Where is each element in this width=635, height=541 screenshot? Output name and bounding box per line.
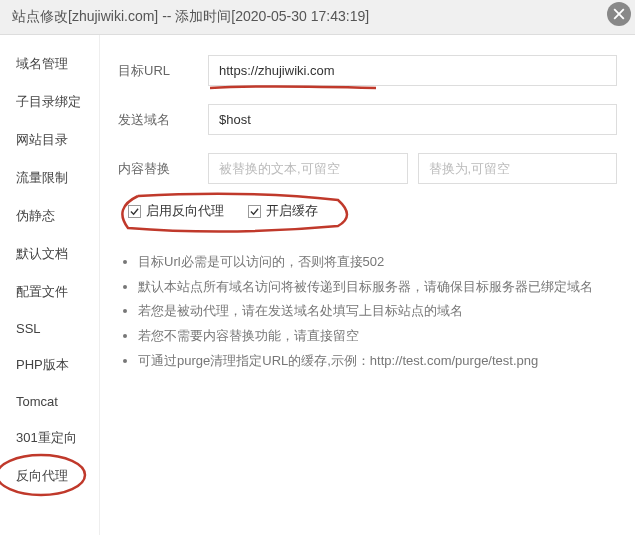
checkbox-icon: [248, 205, 261, 218]
target-url-input[interactable]: [208, 55, 617, 86]
dialog-header: 站点修改[zhujiwiki.com] -- 添加时间[2020-05-30 1…: [0, 0, 635, 35]
sidebar-item-domain[interactable]: 域名管理: [0, 45, 99, 83]
sidebar-item-ssl[interactable]: SSL: [0, 311, 99, 346]
sidebar-item-default-doc[interactable]: 默认文档: [0, 235, 99, 273]
sidebar-item-webdir[interactable]: 网站目录: [0, 121, 99, 159]
send-domain-input[interactable]: [208, 104, 617, 135]
sidebar-item-reverse-proxy[interactable]: 反向代理: [0, 457, 99, 495]
sidebar-item-traffic[interactable]: 流量限制: [0, 159, 99, 197]
replace-to-input[interactable]: [418, 153, 618, 184]
note-item: 可通过purge清理指定URL的缓存,示例：http://test.com/pu…: [138, 349, 617, 374]
sidebar: 域名管理 子目录绑定 网站目录 流量限制 伪静态 默认文档 配置文件 SSL P…: [0, 35, 100, 535]
note-item: 若您不需要内容替换功能，请直接留空: [138, 324, 617, 349]
sidebar-item-rewrite[interactable]: 伪静态: [0, 197, 99, 235]
sidebar-item-php[interactable]: PHP版本: [0, 346, 99, 384]
notes-list: 目标Url必需是可以访问的，否则将直接502 默认本站点所有域名访问将被传递到目…: [118, 250, 617, 373]
close-icon: [613, 8, 625, 20]
replace-from-input[interactable]: [208, 153, 408, 184]
sidebar-item-subdir[interactable]: 子目录绑定: [0, 83, 99, 121]
note-item: 目标Url必需是可以访问的，否则将直接502: [138, 250, 617, 275]
sidebar-item-config[interactable]: 配置文件: [0, 273, 99, 311]
dialog-title: 站点修改[zhujiwiki.com] -- 添加时间[2020-05-30 1…: [12, 8, 369, 24]
sidebar-item-301[interactable]: 301重定向: [0, 419, 99, 457]
content-replace-label: 内容替换: [118, 160, 208, 178]
note-item: 默认本站点所有域名访问将被传递到目标服务器，请确保目标服务器已绑定域名: [138, 275, 617, 300]
close-button[interactable]: [607, 2, 631, 26]
enable-cache-checkbox[interactable]: 开启缓存: [248, 202, 318, 220]
enable-proxy-checkbox[interactable]: 启用反向代理: [128, 202, 224, 220]
checkbox-icon: [128, 205, 141, 218]
send-domain-label: 发送域名: [118, 111, 208, 129]
sidebar-item-tomcat[interactable]: Tomcat: [0, 384, 99, 419]
target-url-label: 目标URL: [118, 62, 208, 80]
note-item: 若您是被动代理，请在发送域名处填写上目标站点的域名: [138, 299, 617, 324]
content-panel: 目标URL 发送域名 内容替换 启用反向代理 开启缓存 目标Url必: [100, 35, 635, 535]
